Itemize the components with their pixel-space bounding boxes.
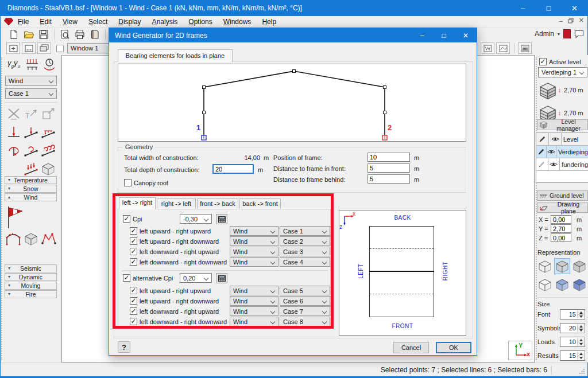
minimize-button[interactable]: – bbox=[510, 0, 536, 16]
load-group-combo[interactable]: Wind bbox=[230, 257, 278, 267]
close-button[interactable]: ✕ bbox=[562, 0, 587, 16]
load-case-combo[interactable]: Case 2 bbox=[280, 236, 330, 246]
load-group-combo[interactable]: Wind bbox=[230, 236, 278, 246]
level-row-fundering[interactable]: fundering bbox=[536, 158, 588, 171]
alt-cpi-checkbox[interactable] bbox=[123, 274, 130, 282]
menu-view[interactable]: View bbox=[63, 18, 78, 26]
menu-select[interactable]: Select bbox=[88, 18, 107, 26]
menu-help[interactable]: Help bbox=[262, 18, 276, 26]
notification-flag-icon[interactable] bbox=[563, 29, 571, 38]
tab-back-front[interactable]: back -> front bbox=[239, 198, 281, 209]
time-dependent-loads-icon[interactable] bbox=[42, 57, 57, 72]
distance-behind-input[interactable] bbox=[368, 174, 410, 184]
wind-case-checkbox[interactable] bbox=[130, 237, 137, 245]
safety-factors-icon[interactable]: γgγu bbox=[7, 59, 20, 69]
spin-down-icon[interactable] bbox=[577, 342, 584, 346]
load-case-combo[interactable]: Case 1 bbox=[5, 88, 57, 99]
load-case-combo[interactable]: Case 1 bbox=[280, 226, 330, 236]
torsion-load-icon[interactable] bbox=[24, 143, 38, 158]
load-group-combo[interactable]: Wind bbox=[230, 247, 278, 256]
dialog-close-button[interactable]: ✕ bbox=[455, 28, 477, 42]
level-row-label[interactable]: fundering bbox=[560, 158, 588, 170]
dialog-maximize-button[interactable]: □ bbox=[433, 28, 455, 42]
line-load-icon[interactable] bbox=[41, 125, 56, 140]
point-load-icon[interactable] bbox=[6, 125, 21, 140]
windsock-icon[interactable] bbox=[6, 204, 25, 229]
spin-up-icon[interactable] bbox=[577, 324, 584, 328]
print-preview-button[interactable] bbox=[57, 28, 72, 41]
coord-x-input[interactable] bbox=[551, 215, 571, 224]
coord-z-input[interactable] bbox=[551, 233, 571, 242]
position-input[interactable] bbox=[368, 153, 410, 162]
total-depth-input[interactable] bbox=[212, 164, 254, 174]
load-case-combo[interactable]: Case 3 bbox=[280, 247, 330, 256]
mdi-restore-button[interactable] bbox=[568, 18, 574, 24]
spin-down-icon[interactable] bbox=[577, 314, 584, 318]
representation-solid-icon[interactable] bbox=[554, 258, 570, 274]
tab-right-left[interactable]: right -> left bbox=[157, 198, 196, 209]
font-size-spinner[interactable]: 15 bbox=[560, 309, 585, 319]
wind-case-checkbox[interactable] bbox=[130, 297, 137, 305]
open-file-button[interactable] bbox=[21, 28, 36, 41]
moment-load-icon[interactable] bbox=[6, 143, 21, 158]
spin-up-icon[interactable] bbox=[577, 352, 584, 356]
visibility-level-icon[interactable] bbox=[548, 158, 560, 170]
representation-wireframe-icon[interactable] bbox=[537, 258, 553, 274]
load-combinations-icon[interactable] bbox=[25, 57, 40, 72]
menu-edit[interactable]: Edit bbox=[40, 18, 52, 26]
menu-display[interactable]: Display bbox=[118, 18, 141, 26]
cpi-calculator-button[interactable] bbox=[216, 214, 227, 224]
representation-shaded-icon[interactable] bbox=[571, 258, 587, 274]
visibility-level-icon[interactable] bbox=[547, 146, 557, 158]
spin-up-icon[interactable] bbox=[577, 310, 584, 314]
maximize-button[interactable]: □ bbox=[536, 0, 562, 16]
spin-down-icon[interactable] bbox=[577, 356, 584, 360]
section-temperature[interactable]: Temperature bbox=[5, 176, 57, 184]
tab-front-back[interactable]: front -> back bbox=[197, 198, 238, 209]
resize-grip-icon[interactable] bbox=[579, 368, 585, 374]
symbols-size-spinner[interactable]: 20 bbox=[560, 323, 585, 333]
word-export-button[interactable] bbox=[481, 42, 494, 54]
wind-case-checkbox[interactable] bbox=[130, 248, 137, 255]
load-group-combo[interactable]: Wind bbox=[230, 226, 278, 236]
ground-level-button[interactable]: Ground level bbox=[537, 190, 588, 201]
coord-y-input[interactable] bbox=[551, 224, 571, 233]
panel-grip[interactable] bbox=[1, 57, 3, 360]
wind-case-checkbox[interactable] bbox=[130, 227, 137, 235]
load-case-combo[interactable]: Case 7 bbox=[280, 306, 330, 316]
wind-case-checkbox[interactable] bbox=[130, 287, 137, 294]
cascade-windows-button[interactable] bbox=[37, 42, 51, 54]
menu-options[interactable]: Options bbox=[188, 18, 212, 26]
mdi-minimize-button[interactable]: – bbox=[559, 17, 563, 24]
wind-case-checkbox[interactable] bbox=[130, 318, 137, 325]
section-fire[interactable]: Fire bbox=[5, 290, 57, 298]
load-group-combo[interactable]: Wind bbox=[230, 306, 278, 316]
load-group-combo[interactable]: Wind bbox=[5, 76, 57, 86]
point-load-on-bar-icon[interactable] bbox=[24, 125, 38, 140]
load-group-combo[interactable]: Wind bbox=[230, 296, 278, 306]
level-select-combo[interactable]: Verdieping 1 bbox=[538, 67, 587, 77]
wind-2d-frame-icon[interactable] bbox=[5, 232, 21, 247]
cpi-checkbox[interactable] bbox=[123, 215, 130, 223]
section-moving[interactable]: Moving bbox=[5, 282, 57, 290]
edit-level-icon[interactable] bbox=[536, 146, 547, 158]
wind-case-checkbox[interactable] bbox=[130, 307, 137, 315]
load-case-combo[interactable]: Case 5 bbox=[280, 286, 330, 295]
help-button[interactable]: ? bbox=[118, 341, 130, 353]
cpi-value-combo[interactable]: -0,30 bbox=[180, 214, 212, 224]
report-button[interactable] bbox=[87, 28, 102, 41]
window-options-button[interactable] bbox=[22, 42, 36, 54]
representation-transparent-icon[interactable] bbox=[537, 276, 553, 293]
loads-size-spinner[interactable]: 10 bbox=[560, 337, 585, 347]
chat-bubble-icon[interactable] bbox=[574, 30, 584, 38]
section-seismic[interactable]: Seismic bbox=[5, 264, 57, 272]
results-size-spinner[interactable]: 15 bbox=[560, 350, 585, 361]
load-case-combo[interactable]: Case 4 bbox=[280, 257, 330, 267]
menu-windows[interactable]: Windows bbox=[223, 18, 252, 26]
distributed-torsion-icon[interactable] bbox=[41, 143, 56, 158]
page-layout-button[interactable] bbox=[518, 42, 532, 54]
section-snow[interactable]: Snow bbox=[5, 185, 57, 193]
menu-file[interactable]: File bbox=[18, 18, 29, 26]
tab-bearing-elements[interactable]: Bearing elements for loads in plane bbox=[118, 49, 233, 62]
wind-zones-icon[interactable] bbox=[41, 232, 57, 247]
